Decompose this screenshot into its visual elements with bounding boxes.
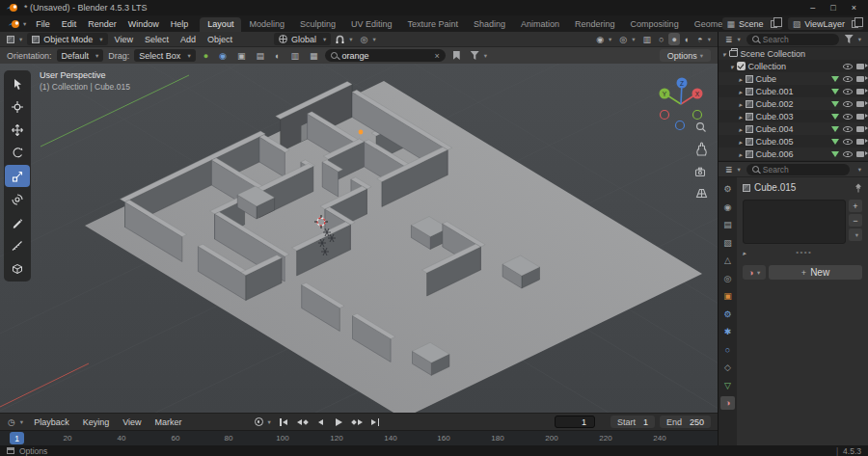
pin-icon[interactable] — [854, 183, 862, 193]
new-view-layer-icon[interactable] — [852, 20, 858, 28]
falloff-button-6[interactable] — [307, 49, 321, 62]
new-scene-icon[interactable] — [771, 20, 777, 28]
camera-icon[interactable] — [856, 126, 864, 132]
menu-marker[interactable]: Marker — [149, 414, 188, 430]
tab-geometry-nodes[interactable]: Geometry Node — [687, 17, 722, 32]
play-reverse-button[interactable] — [312, 416, 329, 429]
jump-start-button[interactable] — [276, 416, 292, 429]
remove-slot-button[interactable] — [849, 214, 862, 227]
maximize-icon[interactable]: □ — [830, 4, 835, 13]
clear-search-icon[interactable] — [434, 51, 439, 61]
axis-neg-z-ball[interactable] — [676, 121, 685, 130]
camera-icon[interactable] — [856, 151, 864, 157]
minimize-icon[interactable]: – — [810, 4, 815, 13]
scene-selector[interactable]: Scene — [722, 17, 782, 30]
props-tab-constraints[interactable] — [720, 361, 735, 374]
outliner-editor-type-button[interactable] — [722, 33, 744, 45]
menu-edit[interactable]: Edit — [56, 15, 83, 32]
measure-tool[interactable] — [5, 234, 30, 256]
eye-icon[interactable] — [843, 76, 853, 82]
menu-select[interactable]: Select — [140, 32, 174, 46]
tab-rendering[interactable]: Rendering — [567, 17, 623, 32]
axis-neg-y-ball[interactable] — [693, 111, 702, 120]
tab-sculpting[interactable]: Sculpting — [292, 17, 343, 32]
eye-icon[interactable] — [843, 89, 853, 94]
menu-help[interactable]: Help — [165, 15, 195, 32]
camera-icon[interactable] — [856, 89, 864, 94]
outliner-row-collection[interactable]: Collection — [719, 60, 868, 72]
props-tab-output[interactable] — [720, 218, 735, 231]
props-tab-physics[interactable] — [720, 343, 735, 357]
collection-checkbox-icon[interactable] — [737, 62, 746, 70]
outliner-row-cube[interactable]: Cube.003 — [719, 110, 868, 122]
transform-tool[interactable] — [5, 188, 30, 210]
camera-icon[interactable] — [856, 101, 864, 107]
props-tab-world[interactable] — [720, 272, 735, 285]
expand-icon[interactable] — [730, 62, 734, 71]
props-tab-render[interactable] — [720, 201, 735, 214]
proportional-edit-toggle[interactable] — [358, 33, 379, 45]
transform-orientation-dropdown[interactable]: Global — [274, 33, 331, 45]
new-material-button[interactable]: New — [769, 265, 862, 280]
move-tool[interactable] — [5, 119, 30, 141]
xray-toggle[interactable] — [639, 33, 654, 45]
outliner-row-cube[interactable]: Cube.001 — [719, 85, 868, 97]
playhead[interactable]: 1 — [10, 432, 24, 444]
eye-icon[interactable] — [843, 151, 853, 157]
frame-end-field[interactable]: End 250 — [660, 416, 711, 428]
outliner-search-input[interactable] — [763, 35, 833, 44]
properties-filter-button[interactable] — [853, 163, 864, 175]
expand-icon[interactable] — [739, 137, 743, 147]
camera-icon[interactable] — [856, 139, 864, 145]
menu-tl-view[interactable]: View — [117, 414, 147, 430]
menu-keying[interactable]: Keying — [77, 414, 116, 430]
menu-object[interactable]: Object — [203, 32, 237, 46]
view-layer-selector[interactable]: ViewLayer — [788, 17, 863, 30]
snap-target-button[interactable] — [201, 49, 211, 62]
falloff-button-5[interactable] — [287, 49, 302, 62]
tab-shading[interactable]: Shading — [466, 17, 513, 32]
search-input[interactable] — [341, 51, 430, 61]
props-tab-material[interactable] — [720, 396, 735, 410]
outliner-filter-button[interactable] — [842, 33, 864, 45]
auto-keying-toggle[interactable] — [252, 416, 274, 428]
shading-wireframe-button[interactable] — [656, 33, 666, 45]
material-slot-list[interactable] — [743, 200, 846, 244]
prev-keyframe-button[interactable] — [294, 416, 311, 429]
properties-search-field[interactable] — [746, 164, 850, 175]
browse-material-button[interactable] — [743, 265, 766, 280]
next-keyframe-button[interactable] — [349, 416, 366, 429]
menu-add[interactable]: Add — [176, 32, 201, 46]
eye-icon[interactable] — [843, 64, 853, 69]
scale-tool[interactable] — [5, 165, 30, 187]
props-tab-modifiers[interactable] — [720, 308, 735, 321]
outliner-search-field[interactable] — [746, 34, 839, 45]
eye-icon[interactable] — [843, 101, 853, 107]
viewport-3d[interactable]: X Y Z — [0, 64, 718, 413]
viewport-search-field[interactable] — [325, 49, 445, 62]
properties-editor-type-button[interactable] — [722, 163, 744, 175]
menu-render[interactable]: Render — [82, 15, 122, 32]
props-tab-scene[interactable] — [720, 254, 735, 267]
expand-icon[interactable] — [739, 74, 743, 84]
orientation-dropdown[interactable]: Default — [57, 49, 104, 62]
shading-solid-button[interactable] — [668, 33, 679, 45]
editor-type-button[interactable] — [4, 33, 25, 45]
slot-specials-button[interactable] — [849, 228, 862, 241]
outliner-row-cube[interactable]: Cube.006 — [719, 148, 868, 160]
grip-handle-icon[interactable] — [746, 248, 862, 256]
tab-compositing[interactable]: Compositing — [623, 17, 687, 32]
mode-dropdown[interactable]: Object Mode — [27, 33, 107, 45]
outliner-row-cube[interactable]: Cube.005 — [719, 135, 868, 148]
outliner-row-cube[interactable]: Cube.002 — [719, 97, 868, 110]
show-gizmo-toggle[interactable] — [593, 33, 614, 45]
shading-material-button[interactable] — [682, 33, 692, 45]
props-tab-particles[interactable] — [720, 325, 735, 338]
tab-modeling[interactable]: Modeling — [241, 17, 292, 32]
expand-icon[interactable] — [739, 99, 743, 109]
expand-icon[interactable] — [739, 149, 743, 159]
outliner-row-cube[interactable]: Cube — [719, 72, 868, 85]
bookmark-button[interactable] — [450, 49, 463, 62]
tab-layout[interactable]: Layout — [200, 17, 241, 32]
blender-menu-button[interactable] — [4, 19, 30, 29]
